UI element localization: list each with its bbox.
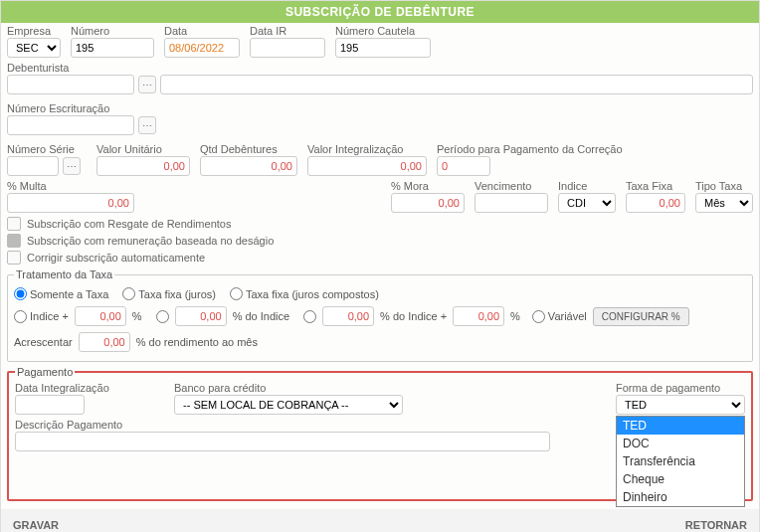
forma-option-transferencia[interactable]: Transferência <box>617 452 744 470</box>
debenturista-lookup-button[interactable]: ⋯ <box>138 76 156 93</box>
acrescentar-input[interactable] <box>79 332 130 352</box>
debenturista-code-input[interactable] <box>7 75 134 94</box>
indice-v1-input[interactable] <box>75 306 126 326</box>
numero-cautela-label: Número Cautela <box>335 25 431 37</box>
multa-label: % Multa <box>7 180 134 192</box>
valor-integ-label: Valor Integralização <box>307 143 427 155</box>
banco-select[interactable]: -- SEM LOCAL DE COBRANÇA -- <box>174 395 403 415</box>
pagamento-fieldset: Pagamento Data Integralização Banco para… <box>7 366 753 501</box>
indice-v4-input[interactable] <box>453 306 504 326</box>
radio-taxa-fixa-label: Taxa fixa (juros) <box>138 288 216 300</box>
forma-label: Forma de pagamento <box>616 382 745 394</box>
form-body: Empresa SEC Número Data Data IR Número C… <box>1 23 759 509</box>
chk-corrigir-label: Corrigir subscrição automaticamente <box>27 252 205 264</box>
pct-1: % <box>132 310 142 322</box>
tratamento-fieldset: Tratamento da Taxa Somente a Taxa Taxa f… <box>7 268 753 362</box>
periodo-label: Período para Pagamento da Correção <box>437 143 665 155</box>
data-input[interactable] <box>164 38 240 58</box>
mora-input[interactable] <box>391 193 465 213</box>
forma-option-dinheiro[interactable]: Dinheiro <box>617 488 744 506</box>
rendimento-label: % do rendimento ao mês <box>136 336 258 348</box>
vencimento-input[interactable] <box>475 193 548 213</box>
escrituracao-label: Número Escrituração <box>7 102 753 114</box>
num-serie-label: Número Série <box>7 143 87 155</box>
radio-somente-label: Somente a Taxa <box>30 288 108 300</box>
debenturista-name-input[interactable] <box>160 75 753 94</box>
taxa-fixa-input[interactable] <box>626 193 685 213</box>
indice-select[interactable]: CDI <box>558 193 616 213</box>
data-ir-input[interactable] <box>250 38 325 58</box>
acrescentar-label: Acrescentar <box>14 336 73 348</box>
radio-juros-compostos-label: Taxa fixa (juros compostos) <box>246 288 379 300</box>
indice-v2-input[interactable] <box>175 306 227 326</box>
periodo-input[interactable] <box>437 156 490 176</box>
radio-juros-compostos[interactable] <box>230 287 243 300</box>
radio-v3[interactable] <box>303 310 316 323</box>
data-label: Data <box>164 25 240 37</box>
multa-input[interactable] <box>7 193 134 213</box>
indice-label: Indice <box>558 180 616 192</box>
numero-cautela-input[interactable] <box>335 38 431 58</box>
banco-label: Banco para crédito <box>174 382 403 394</box>
chk-desagio-label: Subscrição com remuneração baseada no de… <box>27 235 274 247</box>
indice-v3-input[interactable] <box>322 306 374 326</box>
data-integ-input[interactable] <box>15 395 85 415</box>
pagamento-legend: Pagamento <box>15 366 75 378</box>
chk-resgate[interactable] <box>7 217 21 231</box>
page-title: SUBSCRIÇÃO DE DEBÊNTURE <box>1 1 759 23</box>
forma-option-ted[interactable]: TED <box>617 417 744 435</box>
radio-somente[interactable] <box>14 287 27 300</box>
debenturista-label: Debenturista <box>7 62 753 74</box>
chk-corrigir[interactable] <box>7 251 21 265</box>
valor-unitario-input[interactable] <box>96 156 190 176</box>
footer: GRAVAR RETORNAR <box>1 509 759 532</box>
mora-label: % Mora <box>391 180 465 192</box>
forma-select[interactable]: TED <box>616 395 745 415</box>
radio-taxa-fixa[interactable] <box>122 287 135 300</box>
descricao-input[interactable] <box>15 432 550 451</box>
forma-dropdown-list: TED DOC Transferência Cheque Dinheiro <box>616 416 745 507</box>
gravar-button[interactable]: GRAVAR <box>13 519 59 531</box>
num-serie-lookup-button[interactable]: ⋯ <box>63 157 81 175</box>
tipo-taxa-label: Tipo Taxa <box>695 180 753 192</box>
taxa-fixa-label: Taxa Fixa <box>626 180 685 192</box>
chk-desagio[interactable] <box>7 234 21 248</box>
radio-indice-mais[interactable] <box>14 310 27 323</box>
configurar-button[interactable]: CONFIGURAR % <box>593 307 689 326</box>
forma-option-doc[interactable]: DOC <box>617 435 744 452</box>
do-indice-mais-label: % do Indice + <box>380 310 447 322</box>
escrituracao-input[interactable] <box>7 115 134 135</box>
forma-option-cheque[interactable]: Cheque <box>617 470 744 488</box>
numero-label: Número <box>71 25 154 37</box>
tratamento-legend: Tratamento da Taxa <box>14 268 114 280</box>
radio-variavel-label: Variável <box>548 310 587 322</box>
app-window: SUBSCRIÇÃO DE DEBÊNTURE Empresa SEC Núme… <box>0 0 760 532</box>
retornar-button[interactable]: RETORNAR <box>685 519 747 531</box>
chk-resgate-label: Subscrição com Resgate de Rendimentos <box>27 218 231 230</box>
vencimento-label: Vencimento <box>475 180 548 192</box>
escrituracao-lookup-button[interactable]: ⋯ <box>138 116 156 134</box>
do-indice-label: % do Indice <box>233 310 289 322</box>
data-integ-label: Data Integralização <box>15 382 144 394</box>
data-ir-label: Data IR <box>250 25 325 37</box>
radio-v2[interactable] <box>156 310 169 323</box>
valor-unitario-label: Valor Unitário <box>96 143 190 155</box>
qtd-label: Qtd Debêntures <box>200 143 297 155</box>
radio-indice-mais-label: Indice + <box>30 310 69 322</box>
qtd-input[interactable] <box>200 156 297 176</box>
radio-variavel[interactable] <box>532 310 545 323</box>
empresa-select[interactable]: SEC <box>7 38 61 58</box>
tipo-taxa-select[interactable]: Mês <box>695 193 753 213</box>
empresa-label: Empresa <box>7 25 61 37</box>
pct-2: % <box>510 310 520 322</box>
num-serie-input[interactable] <box>7 156 59 176</box>
valor-integ-input[interactable] <box>307 156 427 176</box>
numero-input[interactable] <box>71 38 154 58</box>
